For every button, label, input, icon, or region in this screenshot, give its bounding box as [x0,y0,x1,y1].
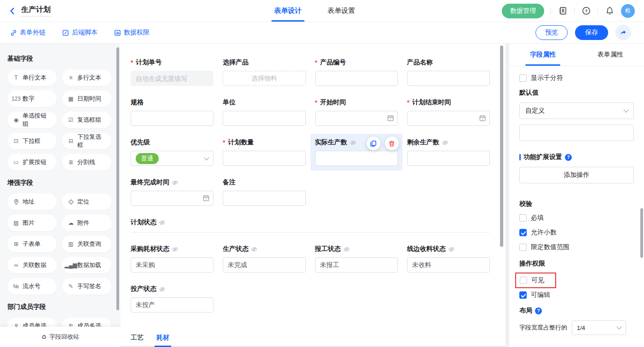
contact-book-icon[interactable] [558,6,568,16]
start-time-input[interactable] [315,111,398,126]
field-production-status[interactable]: 生产状态 [223,245,305,273]
copy-field-button[interactable] [367,137,380,150]
add-action-button[interactable]: 添加操作 [519,167,634,183]
editable-checkbox[interactable] [519,291,527,299]
final-complete-time-input[interactable] [131,191,213,206]
back-button[interactable] [8,7,17,15]
field-actual-quantity-selected[interactable]: 实际生产数 [315,138,398,166]
sidebar-scrollbar[interactable] [116,47,119,310]
palette-item-linked-data[interactable]: ∞关联数据 [7,257,57,273]
required-option[interactable]: 必填 [519,214,634,222]
user-avatar[interactable]: 检 [621,4,635,18]
field-start-time[interactable]: 开始时间 7 [315,98,398,126]
field-plan-quantity[interactable]: 计划数量 [223,138,305,166]
palette-item-multiselect[interactable]: ⊟下拉复选框 [62,133,111,149]
editable-option[interactable]: 可编辑 [519,291,634,299]
palette-item-image[interactable]: ▨图片 [7,215,57,231]
required-checkbox[interactable] [519,214,527,222]
field-receive-status[interactable]: 线边收料状态 [407,245,490,273]
default-value-input[interactable] [519,125,634,141]
product-name-input[interactable] [407,71,490,86]
share-button[interactable] [615,25,631,40]
field-product-code[interactable]: 产品编号 [315,58,398,86]
field-priority[interactable]: 优先级 普通 [131,138,213,166]
save-button[interactable]: 保存 [575,25,608,40]
field-purchase-status[interactable]: 采购耗材状态 [131,245,213,273]
data-manage-button[interactable]: 数据管理 [502,4,544,18]
palette-item-data-load[interactable]: ▂▄▆数据加载 [62,257,111,273]
tab-field-properties[interactable]: 字段属性 [509,44,577,66]
help-icon[interactable]: ? [565,154,572,161]
palette-item-extend-button[interactable]: ▭扩展按钮 [7,154,57,171]
priority-select[interactable]: 普通 [131,151,213,166]
product-code-input[interactable] [315,71,398,86]
palette-item-multi-line-text[interactable]: ≡多行文本 [62,69,111,86]
palette-item-signature[interactable]: ✎手写签名 [62,278,111,295]
purchase-status-input[interactable] [131,257,213,273]
remark-input[interactable] [223,191,305,206]
spec-input[interactable] [131,111,213,126]
allow-decimal-checkbox[interactable] [519,229,527,236]
tab-form-properties[interactable]: 表单属性 [577,44,644,66]
field-select-product[interactable]: 选择产品 选择物料 [223,58,305,86]
backend-script-link[interactable]: 后端脚本 [62,28,98,37]
production-status-input[interactable] [223,257,305,273]
field-width-select[interactable]: 1/4 [572,320,626,335]
palette-item-select[interactable]: ⊡下拉框 [7,133,57,149]
field-remaining-quantity[interactable]: 剩余生产数 [407,138,490,166]
palette-item-linked-query[interactable]: ▥关联查询 [62,236,111,252]
launch-status-input[interactable] [131,297,213,313]
help-icon[interactable]: ? [581,6,591,16]
palette-item-subform[interactable]: ⊞子表单 [7,236,57,252]
limit-range-option[interactable]: 限定数值范围 [519,243,634,251]
select-material-button[interactable]: 选择物料 [223,71,305,86]
palette-item-datetime[interactable]: ▦日期时间 [62,91,111,107]
receive-status-input[interactable] [407,257,490,273]
visible-option[interactable]: 可见 [520,276,544,284]
plan-quantity-input[interactable] [223,151,305,166]
tab-consumables[interactable]: 耗材 [156,334,169,346]
tab-form-settings[interactable]: 表单设置 [328,0,355,22]
unit-input[interactable] [223,111,305,126]
actual-quantity-input[interactable] [315,151,398,166]
preview-button[interactable]: 预览 [535,25,568,40]
page-title[interactable]: 生产计划 [21,5,51,17]
thousand-separator-option[interactable]: 显示千分符 [519,74,634,82]
notification-bell-icon[interactable] [604,6,615,16]
panel-scrollbar[interactable] [640,208,643,258]
palette-item-radio-group[interactable]: ◉单选按钮组 [7,112,57,128]
field-unit[interactable]: 单位 [223,98,305,126]
palette-item-single-line-text[interactable]: T单行文本 [7,69,57,86]
field-remark[interactable]: 备注 [223,178,305,206]
data-permission-link[interactable]: 数据权限 [114,28,150,37]
thousand-separator-checkbox[interactable] [519,74,527,82]
plan-number-input[interactable] [131,71,213,86]
field-report-status[interactable]: 报工状态 [315,245,398,273]
field-plan-number[interactable]: 计划单号 [131,58,213,86]
field-spec[interactable]: 规格 [131,98,213,126]
field-launch-status[interactable]: 投产状态 [131,285,213,313]
tab-form-design[interactable]: 表单设计 [274,0,302,22]
palette-item-number[interactable]: 123数字 [7,91,57,107]
palette-item-serial-number[interactable]: №流水号 [7,278,57,295]
report-status-input[interactable] [315,257,398,273]
limit-range-checkbox[interactable] [519,244,527,251]
visible-checkbox[interactable] [520,277,527,284]
remaining-quantity-input[interactable] [407,151,490,166]
default-value-select[interactable]: 自定义 [519,102,634,119]
allow-decimal-option[interactable]: 允许小数 [519,228,634,237]
field-plan-status-divider[interactable]: 计划状态 [131,218,490,233]
palette-item-location[interactable]: 定位 [62,193,111,210]
canvas-scrollbar[interactable] [500,46,503,247]
field-final-complete-time[interactable]: 最终完成时间 7 [131,178,213,206]
end-time-input[interactable] [407,111,490,126]
field-end-time[interactable]: 计划结束时间 7 [407,98,490,126]
palette-item-attachment[interactable]: ☁附件 [62,215,111,231]
palette-item-address[interactable]: 地址 [7,193,57,210]
delete-field-button[interactable] [385,137,399,150]
field-recycle-bin[interactable]: ♻ 字段回收站 [0,327,121,347]
field-product-name[interactable]: 产品名称 [407,58,490,86]
palette-item-divider[interactable]: ≣分割线 [62,154,111,171]
tab-process[interactable]: 工艺 [131,334,144,346]
form-external-link[interactable]: 表单外链 [10,28,46,37]
